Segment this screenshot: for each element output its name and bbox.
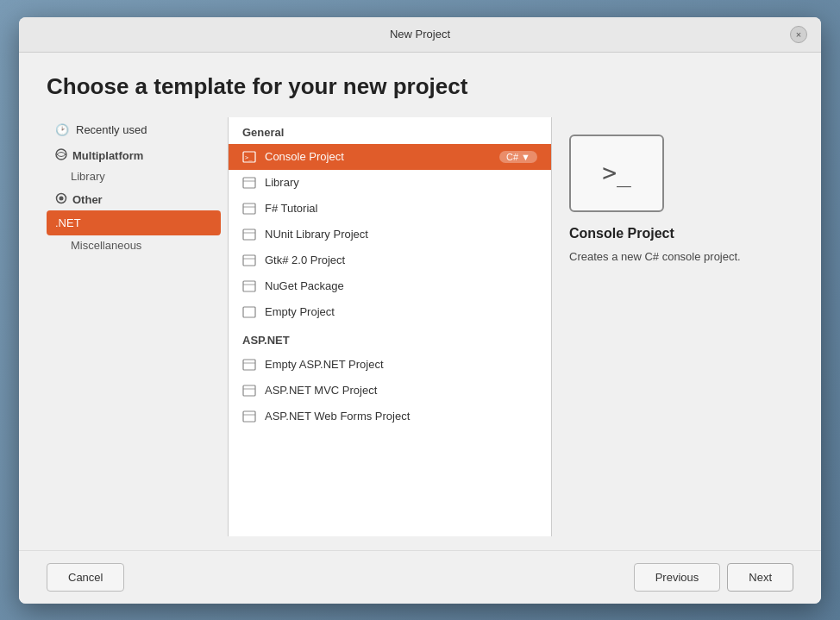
empty-aspnet-icon	[242, 358, 256, 372]
template-empty-aspnet[interactable]: Empty ASP.NET Project	[229, 352, 551, 378]
preview-icon-box: >_	[569, 135, 664, 212]
multiplatform-label: Multiplatform	[72, 149, 143, 162]
library-icon	[242, 176, 256, 190]
modal-body: Choose a template for your new project 🕑…	[19, 53, 821, 550]
aspnet-webforms-label: ASP.NET Web Forms Project	[265, 410, 410, 423]
svg-rect-16	[243, 360, 255, 370]
clock-icon: 🕑	[55, 123, 69, 136]
page-title: Choose a template for your new project	[47, 73, 793, 100]
close-button[interactable]: ×	[790, 26, 807, 43]
nuget-label: NuGet Package	[265, 279, 344, 292]
aspnet-mvc-label: ASP.NET MVC Project	[265, 384, 377, 397]
svg-rect-5	[243, 178, 255, 188]
preview-panel: >_ Console Project Creates a new C# cons…	[552, 117, 793, 536]
sidebar-item-label: Recently used	[76, 123, 147, 136]
cancel-button[interactable]: Cancel	[47, 563, 124, 592]
aspnet-mvc-icon	[242, 384, 256, 398]
terminal-icon: >_	[602, 159, 631, 187]
dialog-title: New Project	[50, 28, 790, 41]
sidebar-section-multiplatform[interactable]: Multiplatform	[47, 142, 221, 166]
console-project-icon: >_	[242, 150, 256, 164]
badge-label: C#	[506, 152, 518, 162]
svg-rect-20	[243, 411, 255, 422]
aspnet-webforms-icon	[242, 410, 256, 423]
new-project-dialog: New Project × Choose a template for your…	[19, 17, 821, 604]
svg-point-0	[56, 149, 66, 160]
gtk-label: Gtk# 2.0 Project	[265, 254, 345, 266]
template-nunit-library[interactable]: NUnit Library Project	[229, 222, 551, 247]
badge-dropdown-icon: ▼	[521, 152, 530, 162]
title-bar: New Project ×	[19, 17, 821, 53]
aspnet-group-label: ASP.NET	[229, 325, 551, 352]
templates-panel: General >_ Console Project C# ▼	[228, 117, 552, 536]
fsharp-label: F# Tutorial	[265, 202, 317, 215]
template-aspnet-webforms[interactable]: ASP.NET Web Forms Project	[229, 404, 551, 429]
fsharp-icon	[242, 202, 256, 216]
general-group-label: General	[229, 117, 551, 144]
svg-rect-13	[243, 281, 255, 291]
svg-rect-18	[243, 385, 255, 396]
empty-aspnet-label: Empty ASP.NET Project	[265, 358, 384, 371]
console-project-label: Console Project	[265, 150, 344, 163]
next-button[interactable]: Next	[727, 563, 793, 592]
dotnet-label: .NET	[55, 216, 81, 229]
language-badge[interactable]: C# ▼	[499, 151, 537, 163]
modal-footer: Cancel Previous Next	[19, 550, 821, 604]
other-label: Other	[72, 193, 103, 206]
template-empty-project[interactable]: Empty Project	[229, 299, 551, 325]
empty-project-icon	[242, 305, 256, 319]
sidebar-item-library[interactable]: Library	[47, 166, 221, 186]
sidebar-item-dotnet[interactable]: .NET	[47, 210, 221, 235]
sidebar-section-other[interactable]: Other	[47, 186, 221, 210]
svg-rect-9	[243, 229, 255, 240]
template-console-project[interactable]: >_ Console Project C# ▼	[229, 144, 551, 170]
template-gtk[interactable]: Gtk# 2.0 Project	[229, 247, 551, 273]
sidebar-item-miscellaneous[interactable]: Miscellaneous	[47, 235, 221, 255]
content-area: 🕑 Recently used Multiplatform Library	[47, 117, 793, 536]
svg-rect-7	[243, 204, 255, 214]
library-label: Library	[265, 176, 299, 189]
nunit-icon	[242, 228, 256, 241]
nunit-label: NUnit Library Project	[265, 228, 368, 241]
multiplatform-icon	[55, 148, 67, 163]
svg-rect-15	[243, 307, 255, 317]
template-aspnet-mvc[interactable]: ASP.NET MVC Project	[229, 378, 551, 404]
gtk-icon	[242, 254, 256, 267]
sidebar-item-recently-used[interactable]: 🕑 Recently used	[47, 117, 221, 142]
empty-project-label: Empty Project	[265, 305, 335, 318]
nuget-icon	[242, 279, 256, 293]
other-icon	[55, 192, 67, 207]
svg-rect-11	[243, 255, 255, 266]
svg-text:>_: >_	[245, 154, 253, 161]
previous-button[interactable]: Previous	[634, 563, 721, 592]
sidebar: 🕑 Recently used Multiplatform Library	[47, 117, 228, 536]
svg-point-2	[60, 196, 64, 200]
preview-title: Console Project	[569, 226, 674, 241]
preview-description: Creates a new C# console project.	[569, 248, 741, 266]
template-library[interactable]: Library	[229, 170, 551, 196]
template-fsharp-tutorial[interactable]: F# Tutorial	[229, 196, 551, 222]
template-nuget[interactable]: NuGet Package	[229, 273, 551, 299]
